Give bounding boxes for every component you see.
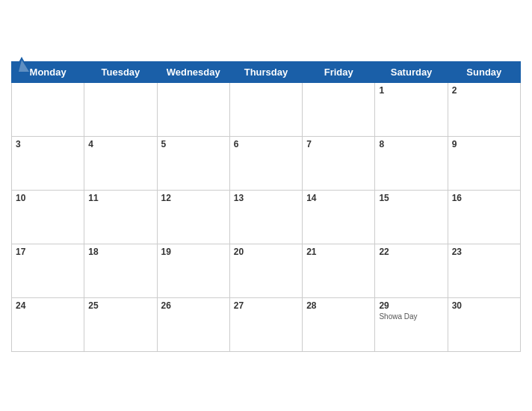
holiday-label: Showa Day — [379, 312, 443, 321]
day-number: 17 — [16, 247, 80, 257]
calendar-day-cell: 1 — [375, 83, 448, 137]
calendar-day-cell: 27 — [229, 298, 302, 352]
calendar-week-row: 10111213141516 — [12, 191, 521, 244]
day-number: 7 — [306, 139, 371, 149]
day-number: 13 — [234, 193, 298, 203]
weekday-header-cell: Tuesday — [84, 62, 157, 83]
calendar-day-cell: 22 — [375, 244, 448, 298]
day-number: 28 — [306, 300, 371, 311]
calendar-table: MondayTuesdayWednesdayThursdayFridaySatu… — [11, 61, 521, 352]
day-number: 23 — [452, 247, 516, 257]
calendar-day-cell: 5 — [157, 137, 229, 191]
day-number: 12 — [161, 193, 226, 203]
calendar-day-cell — [157, 83, 229, 137]
weekday-header-cell: Friday — [303, 62, 375, 83]
calendar-week-row: 3456789 — [12, 137, 521, 191]
calendar-day-cell: 21 — [303, 244, 375, 298]
calendar-week-row: 12 — [12, 83, 521, 137]
day-number: 9 — [452, 139, 516, 149]
weekday-header-row: MondayTuesdayWednesdayThursdayFridaySatu… — [12, 62, 521, 83]
day-number: 20 — [234, 247, 298, 257]
calendar-day-cell: 10 — [12, 191, 84, 244]
calendar-day-cell: 13 — [229, 191, 302, 244]
calendar-day-cell: 6 — [229, 137, 302, 191]
calendar-day-cell: 20 — [229, 244, 302, 298]
calendar-day-cell: 26 — [157, 298, 229, 352]
logo — [11, 55, 34, 76]
day-number: 6 — [234, 139, 298, 149]
day-number: 26 — [161, 300, 226, 311]
calendar-day-cell: 9 — [448, 137, 520, 191]
calendar-day-cell: 15 — [375, 191, 448, 244]
calendar-day-cell: 3 — [12, 137, 84, 191]
calendar-day-cell: 28 — [303, 298, 375, 352]
day-number: 15 — [379, 193, 443, 203]
calendar-day-cell: 25 — [84, 298, 157, 352]
calendar-day-cell: 23 — [448, 244, 520, 298]
day-number: 1 — [379, 85, 443, 96]
calendar-day-cell: 16 — [448, 191, 520, 244]
day-number: 24 — [16, 300, 80, 311]
weekday-header-cell: Wednesday — [157, 62, 229, 83]
calendar-day-cell: 7 — [303, 137, 375, 191]
calendar-day-cell: 14 — [303, 191, 375, 244]
day-number: 16 — [452, 193, 516, 203]
weekday-header-cell: Sunday — [448, 62, 520, 83]
calendar-day-cell: 30 — [448, 298, 520, 352]
day-number: 22 — [379, 247, 443, 257]
calendar-day-cell: 24 — [12, 298, 84, 352]
calendar-day-cell — [12, 83, 84, 137]
calendar-tbody: 1234567891011121314151617181920212223242… — [12, 83, 521, 352]
day-number: 4 — [88, 139, 152, 149]
day-number: 19 — [161, 247, 226, 257]
calendar-day-cell: 2 — [448, 83, 520, 137]
calendar-day-cell — [229, 83, 302, 137]
day-number: 3 — [16, 139, 80, 149]
calendar-day-cell — [84, 83, 157, 137]
calendar-day-cell — [303, 83, 375, 137]
calendar-day-cell: 29Showa Day — [375, 298, 448, 352]
weekday-header-cell: Thursday — [229, 62, 302, 83]
day-number: 14 — [306, 193, 371, 203]
calendar-day-cell: 17 — [12, 244, 84, 298]
day-number: 21 — [306, 247, 371, 257]
day-number: 29 — [379, 300, 443, 311]
calendar-day-cell: 12 — [157, 191, 229, 244]
calendar-wrapper: MondayTuesdayWednesdayThursdayFridaySatu… — [0, 48, 532, 363]
day-number: 30 — [452, 300, 516, 311]
day-number: 25 — [88, 300, 152, 311]
calendar-week-row: 17181920212223 — [12, 244, 521, 298]
weekday-header-cell: Saturday — [375, 62, 448, 83]
calendar-day-cell: 18 — [84, 244, 157, 298]
calendar-day-cell: 8 — [375, 137, 448, 191]
calendar-thead: MondayTuesdayWednesdayThursdayFridaySatu… — [12, 62, 521, 83]
day-number: 5 — [161, 139, 226, 149]
day-number: 10 — [16, 193, 80, 203]
logo-icon — [11, 55, 32, 76]
calendar-day-cell: 4 — [84, 137, 157, 191]
calendar-week-row: 242526272829Showa Day30 — [12, 298, 521, 352]
day-number: 11 — [88, 193, 152, 203]
calendar-day-cell: 19 — [157, 244, 229, 298]
day-number: 8 — [379, 139, 443, 149]
calendar-day-cell: 11 — [84, 191, 157, 244]
day-number: 27 — [234, 300, 298, 311]
day-number: 18 — [88, 247, 152, 257]
day-number: 2 — [452, 85, 516, 96]
